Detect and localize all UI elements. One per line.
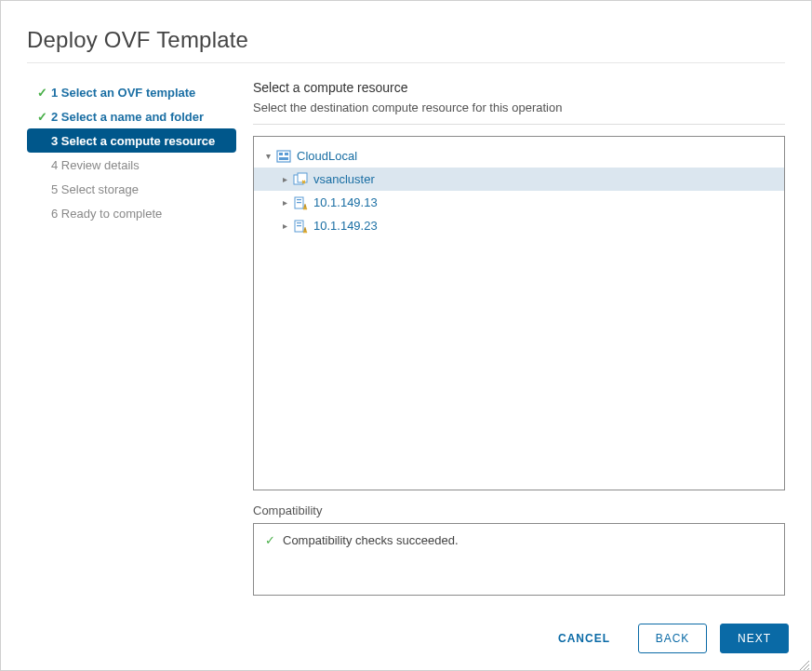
svg-rect-16 <box>305 228 306 230</box>
step-num: 5 <box>51 182 58 196</box>
tree-node-label: 10.1.149.13 <box>313 195 378 209</box>
compatibility-label: Compatibility <box>253 503 785 517</box>
check-icon: ✓ <box>34 110 49 124</box>
dialog-content: Deploy OVF Template ✓ 1 Select an OVF te… <box>1 1 811 611</box>
svg-rect-13 <box>297 222 301 223</box>
compatibility-result: ✓ Compatibility checks succeeded. <box>265 533 773 547</box>
resize-grip-icon[interactable] <box>798 657 809 668</box>
step-4: ✓ 4 Review details <box>27 153 236 177</box>
host-warning-icon <box>293 195 308 210</box>
step-num: 1 <box>51 86 58 100</box>
tree-node-host[interactable]: ▸ 10.1.149.13 <box>254 191 784 214</box>
datacenter-icon <box>276 149 291 164</box>
step-num: 2 <box>51 110 58 124</box>
caret-right-icon[interactable]: ▸ <box>278 221 291 231</box>
step-label: Select an OVF template <box>61 86 196 100</box>
caret-right-icon[interactable]: ▸ <box>278 197 291 208</box>
compatibility-message: Compatibility checks succeeded. <box>283 533 459 547</box>
dialog-title: Deploy OVF Template <box>27 27 785 53</box>
tree-node-datacenter[interactable]: ▾ CloudLocal <box>254 144 784 168</box>
check-icon: ✓ <box>265 533 275 547</box>
panel-divider <box>253 124 785 125</box>
svg-rect-7 <box>297 199 301 200</box>
step-3[interactable]: ✓ 3 Select a compute resource <box>27 128 236 153</box>
step-label: Select a compute resource <box>61 134 215 148</box>
step-label: Select storage <box>61 182 139 196</box>
next-button[interactable]: NEXT <box>720 624 789 653</box>
caret-down-icon[interactable]: ▾ <box>261 151 274 161</box>
tree-node-cluster[interactable]: ▸ vsancluster <box>254 168 784 191</box>
svg-rect-1 <box>279 153 283 155</box>
main-panel: Select a compute resource Select the des… <box>236 80 785 596</box>
cancel-button[interactable]: CANCEL <box>543 624 625 653</box>
svg-rect-11 <box>305 208 306 208</box>
dialog-footer: CANCEL BACK NEXT <box>1 611 811 670</box>
step-num: 6 <box>51 207 58 221</box>
compute-resource-tree[interactable]: ▾ CloudLocal ▸ vsancluster <box>253 136 785 490</box>
host-warning-icon <box>293 219 308 234</box>
wizard-steps: ✓ 1 Select an OVF template ✓ 2 Select a … <box>27 80 236 596</box>
panel-subheading: Select the destination compute resource … <box>253 101 785 114</box>
tree-node-label: CloudLocal <box>297 149 357 163</box>
step-label: Select a name and folder <box>61 110 204 124</box>
svg-rect-2 <box>285 153 288 155</box>
step-num: 4 <box>51 158 58 172</box>
cluster-icon <box>293 172 308 187</box>
step-label: Ready to complete <box>61 207 162 221</box>
step-1[interactable]: ✓ 1 Select an OVF template <box>27 80 236 104</box>
svg-rect-14 <box>297 225 301 226</box>
tree-node-host[interactable]: ▸ 10.1.149.23 <box>254 214 784 237</box>
step-5: ✓ 5 Select storage <box>27 177 236 201</box>
caret-right-icon[interactable]: ▸ <box>278 174 291 184</box>
step-num: 3 <box>51 134 58 148</box>
svg-rect-3 <box>279 157 288 160</box>
step-2[interactable]: ✓ 2 Select a name and folder <box>27 104 236 128</box>
tree-node-label: 10.1.149.23 <box>313 219 378 233</box>
check-icon: ✓ <box>34 86 49 100</box>
step-label: Review details <box>61 158 140 172</box>
svg-rect-8 <box>297 202 301 203</box>
tree-node-label: vsancluster <box>313 172 375 186</box>
step-6: ✓ 6 Ready to complete <box>27 201 236 225</box>
svg-rect-0 <box>277 151 290 162</box>
title-divider <box>27 62 785 63</box>
deploy-ovf-dialog: Deploy OVF Template ✓ 1 Select an OVF te… <box>0 0 812 671</box>
back-button[interactable]: BACK <box>638 624 707 653</box>
svg-rect-17 <box>305 231 306 232</box>
panel-heading: Select a compute resource <box>253 80 785 95</box>
dialog-body: ✓ 1 Select an OVF template ✓ 2 Select a … <box>27 80 785 596</box>
compatibility-box: ✓ Compatibility checks succeeded. <box>253 523 785 596</box>
svg-rect-10 <box>305 205 306 207</box>
